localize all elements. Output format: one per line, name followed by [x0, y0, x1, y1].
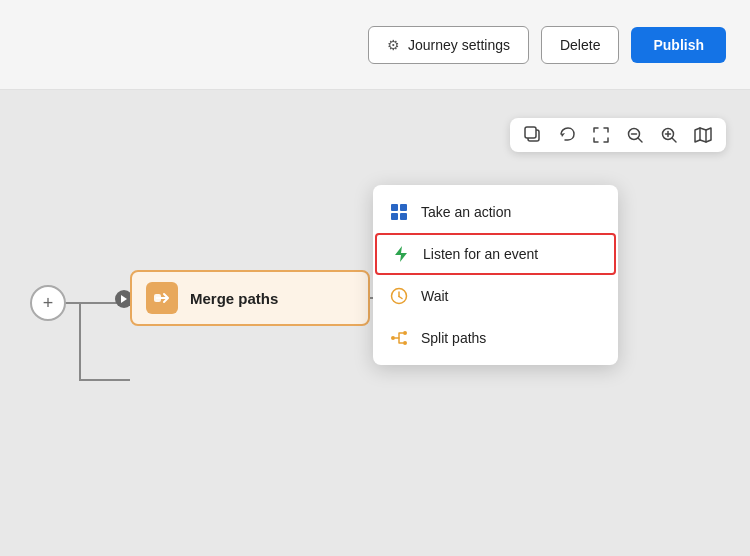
journey-settings-label: Journey settings: [408, 37, 510, 53]
fit-icon[interactable]: [592, 126, 610, 144]
svg-line-8: [672, 138, 676, 142]
split-paths-label: Split paths: [421, 330, 486, 346]
split-icon: [389, 328, 409, 348]
svg-rect-11: [400, 204, 407, 211]
svg-marker-14: [395, 246, 407, 262]
toolbar: [510, 118, 726, 152]
svg-rect-10: [391, 204, 398, 211]
dropdown-item-take-action[interactable]: Take an action: [373, 191, 618, 233]
undo-icon[interactable]: [558, 126, 576, 144]
dropdown-item-listen-event[interactable]: Listen for an event: [375, 233, 616, 275]
publish-label: Publish: [653, 37, 704, 53]
take-action-label: Take an action: [421, 204, 511, 220]
start-node[interactable]: +: [30, 285, 66, 321]
copy-icon[interactable]: [524, 126, 542, 144]
svg-rect-13: [400, 213, 407, 220]
canvas: + Merge paths +: [0, 90, 750, 556]
dropdown-menu: Take an action Listen for an event Wait: [373, 185, 618, 365]
map-icon[interactable]: [694, 126, 712, 144]
delete-button[interactable]: Delete: [541, 26, 619, 64]
start-label: +: [43, 293, 54, 314]
merge-paths-icon: [146, 282, 178, 314]
merge-paths-label: Merge paths: [190, 290, 278, 307]
lightning-icon: [391, 244, 411, 264]
delete-label: Delete: [560, 37, 600, 53]
publish-button[interactable]: Publish: [631, 27, 726, 63]
wait-label: Wait: [421, 288, 448, 304]
header: ⚙ Journey settings Delete Publish: [0, 0, 750, 90]
merge-paths-node[interactable]: Merge paths: [130, 270, 370, 326]
svg-line-17: [399, 297, 402, 299]
svg-rect-1: [525, 127, 536, 138]
svg-rect-12: [391, 213, 398, 220]
dropdown-item-wait[interactable]: Wait: [373, 275, 618, 317]
clock-icon: [389, 286, 409, 306]
action-icon: [389, 202, 409, 222]
zoom-out-icon[interactable]: [626, 126, 644, 144]
zoom-in-icon[interactable]: [660, 126, 678, 144]
listen-event-label: Listen for an event: [423, 246, 538, 262]
svg-line-4: [638, 138, 642, 142]
dropdown-item-split-paths[interactable]: Split paths: [373, 317, 618, 359]
gear-icon: ⚙: [387, 37, 400, 53]
journey-settings-button[interactable]: ⚙ Journey settings: [368, 26, 529, 64]
